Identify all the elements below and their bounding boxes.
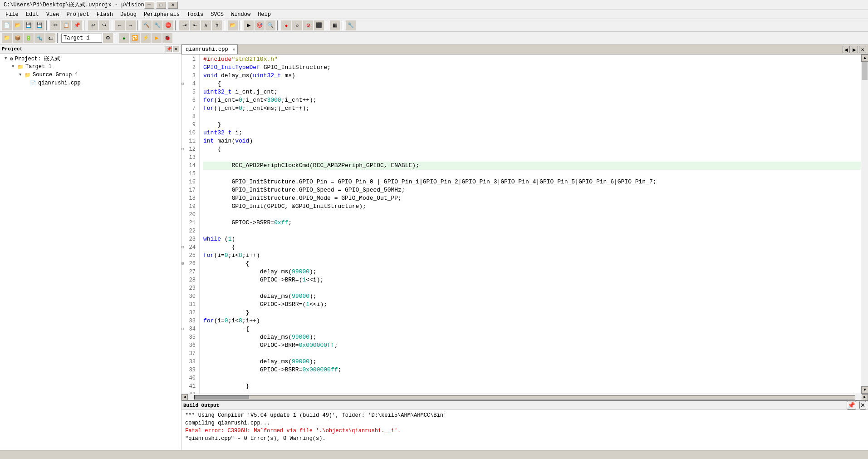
run-button[interactable]: ●: [281, 20, 291, 30]
tb2-btn1[interactable]: 📁: [2, 33, 12, 43]
tab-scroll-left[interactable]: ◀: [843, 46, 850, 53]
new-file-button[interactable]: 📄: [2, 20, 12, 30]
debug-mode-button[interactable]: ▶: [244, 20, 254, 30]
indent-button[interactable]: ⇥: [179, 20, 189, 30]
panel-close-button[interactable]: ✕: [173, 46, 179, 52]
menu-project[interactable]: Project: [63, 10, 93, 19]
expand-icon-target: ▼: [12, 64, 17, 69]
ln-37: 37: [181, 350, 197, 358]
h-scroll-track[interactable]: [194, 395, 855, 400]
line-numbers: 1 2 3 ⊟4 5 6 7 8 9 10 11 ⊟12 13 14 15 16…: [181, 54, 200, 394]
panel-pin-button[interactable]: 📌: [166, 46, 172, 52]
tree-sourcegroup[interactable]: ▼ 📁 Source Group 1: [1, 71, 180, 79]
ln-2: 2: [181, 64, 197, 72]
tree-target1[interactable]: ▼ 📁 Target 1: [1, 63, 180, 71]
scroll-track[interactable]: [861, 62, 868, 386]
nav-forward-button[interactable]: →: [126, 20, 136, 30]
build-close-button[interactable]: ✕: [859, 401, 866, 410]
tab-qianrushi[interactable]: qianrushi.cpp ✕: [181, 44, 238, 54]
uncomment-button[interactable]: #: [212, 20, 222, 30]
ln-4: ⊟4: [181, 80, 197, 88]
tab-close-all[interactable]: ✕: [859, 46, 866, 53]
ln-16: 16: [181, 178, 197, 186]
ln-13: 13: [181, 153, 197, 162]
redo-button[interactable]: ↪: [99, 20, 109, 30]
stop-button[interactable]: ⛔: [163, 20, 173, 30]
code-line-5: uint32_t i_cnt,j_cnt;: [203, 88, 861, 96]
cut-button[interactable]: ✂: [50, 20, 60, 30]
rebuild-button[interactable]: 🔧: [152, 20, 162, 30]
ln-40: 40: [181, 374, 197, 382]
code-content[interactable]: #include "stm32f10x.h" GPIO_InitTypeDef …: [200, 54, 861, 394]
toolbar-sep-8: [277, 20, 280, 30]
menu-edit[interactable]: Edit: [22, 10, 43, 19]
rebuild-target-button[interactable]: 🔁: [130, 33, 140, 43]
title-bar: C:\Users\Pd\Desktop\嵌入式.uvprojx - µVisio…: [0, 0, 868, 10]
undo-button[interactable]: ↩: [88, 20, 98, 30]
tree-file[interactable]: 📄 qianrushi.cpp: [1, 79, 180, 87]
tab-scroll-right[interactable]: ▶: [851, 46, 858, 53]
toolbar-sep-9: [326, 20, 328, 30]
scroll-thumb[interactable]: [862, 62, 868, 80]
h-scrollbar[interactable]: ◀ ▶: [181, 394, 868, 400]
build-pin-button[interactable]: 📌: [847, 401, 856, 410]
paste-button[interactable]: 📌: [72, 20, 82, 30]
target-settings-button[interactable]: ⚙: [103, 33, 113, 43]
h-scroll-thumb[interactable]: [195, 395, 249, 399]
open-button[interactable]: 📂: [13, 20, 23, 30]
open-file-btn[interactable]: 📂: [228, 20, 238, 30]
target-config-button[interactable]: 🎯: [255, 20, 265, 30]
code-line-20: [203, 211, 861, 219]
tools-button[interactable]: 🔧: [346, 20, 356, 30]
menu-help[interactable]: Help: [254, 10, 275, 19]
tb2-btn4[interactable]: 🔩: [34, 33, 44, 43]
menu-tools[interactable]: Tools: [183, 10, 207, 19]
code-line-38: delay_ms(99000);: [203, 358, 861, 366]
group-icon: 📁: [25, 72, 31, 78]
ln-38: 38: [181, 358, 197, 366]
menu-file[interactable]: File: [2, 10, 22, 19]
build-button[interactable]: 🔨: [142, 20, 152, 30]
ln-25: 25: [181, 252, 197, 260]
tree-project[interactable]: ▼ ⚙ Project: 嵌入式: [1, 54, 180, 63]
menu-svcs[interactable]: SVCS: [207, 10, 227, 19]
pause-button[interactable]: ○: [292, 20, 302, 30]
nav-back-button[interactable]: ←: [115, 20, 125, 30]
run-debug-button[interactable]: 🐞: [162, 33, 172, 43]
flash-button[interactable]: ⚡: [141, 33, 151, 43]
toolbar-sep-4: [137, 20, 140, 30]
close-button[interactable]: ✕: [168, 1, 178, 9]
ln-10: 10: [181, 129, 197, 137]
tb2-btn2[interactable]: 📦: [13, 33, 23, 43]
project-header: Project 📌 ✕: [0, 44, 181, 54]
menu-peripherals[interactable]: Peripherals: [140, 10, 183, 19]
search-button[interactable]: 🔍: [265, 20, 275, 30]
unindent-button[interactable]: ⇤: [190, 20, 200, 30]
editor-scrollbar[interactable]: ▲ ▼: [861, 54, 868, 394]
view-button[interactable]: ▦: [330, 20, 340, 30]
code-line-36: GPIOC->BRR=0x000000ff;: [203, 341, 861, 350]
maximize-button[interactable]: □: [156, 1, 166, 9]
build-target-button[interactable]: ●: [119, 33, 129, 43]
save-button[interactable]: 💾: [24, 20, 34, 30]
h-scroll-left-button[interactable]: ◀: [181, 394, 188, 400]
tb2-btn3[interactable]: 🔋: [24, 33, 34, 43]
menu-flash[interactable]: Flash: [93, 10, 117, 19]
save-all-button[interactable]: 💾: [34, 20, 44, 30]
step-over-button[interactable]: ⊘: [303, 20, 313, 30]
tab-close-icon[interactable]: ✕: [233, 47, 235, 52]
target-dropdown[interactable]: Target 1: [61, 34, 102, 43]
menu-view[interactable]: View: [43, 10, 63, 19]
code-line-23: while (1): [203, 235, 861, 243]
minimize-button[interactable]: ─: [144, 1, 154, 9]
debug-start-button[interactable]: ▶: [152, 33, 162, 43]
scroll-up-button[interactable]: ▲: [861, 54, 868, 62]
breakpoint-button[interactable]: ⬛: [314, 20, 324, 30]
menu-debug[interactable]: Debug: [117, 10, 140, 19]
comment-button[interactable]: //: [201, 20, 211, 30]
menu-window[interactable]: Window: [227, 10, 254, 19]
tb2-btn5[interactable]: 🏷: [45, 33, 55, 43]
scroll-down-button[interactable]: ▼: [861, 386, 868, 394]
copy-button[interactable]: 📋: [61, 20, 71, 30]
h-scroll-right-button[interactable]: ▶: [862, 394, 868, 400]
